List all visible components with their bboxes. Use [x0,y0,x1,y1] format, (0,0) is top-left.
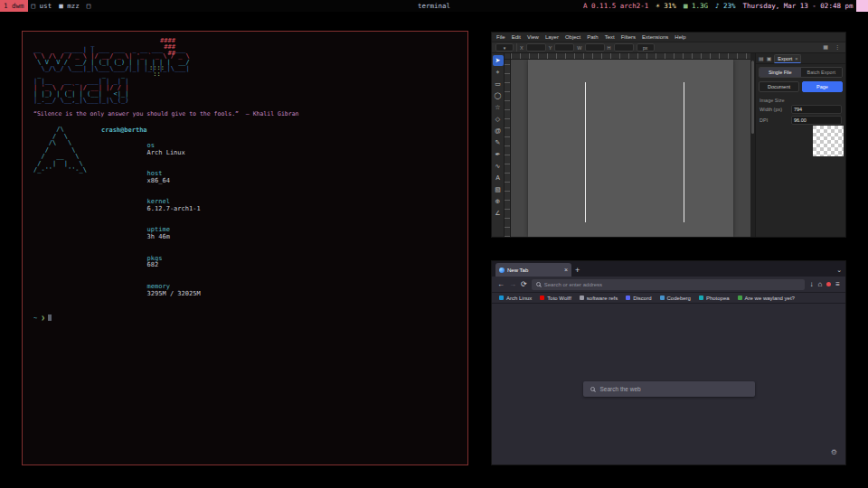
bookmark-item[interactable]: Are we wayland yet? [738,296,795,301]
bookmark-item[interactable]: Toto Wolff [540,296,571,301]
single-file-tab[interactable]: Single File [760,68,801,77]
vertical-ruler [505,60,511,237]
snap-controls-icon[interactable]: ▦ [821,43,830,52]
bookmark-item[interactable]: Photopea [699,296,730,301]
menu-item[interactable]: File [496,34,505,40]
terminal-window[interactable]: _ __ _____| | ___ ___ _ __ ___ ___ \ \ /… [22,31,468,465]
box3d-tool-icon[interactable]: ◇ [493,114,504,125]
dialog-tab-bar: ▤ ▣ Export × [756,53,845,64]
text-tool-icon[interactable]: A [493,173,504,183]
pen-tool-icon[interactable]: ✒ [493,149,504,160]
bookmark-favicon [626,296,630,300]
close-icon[interactable]: × [795,56,797,61]
zoom-tool-icon[interactable]: ⊕ [493,196,504,207]
new-tab-button[interactable]: + [575,266,580,275]
bookmark-item[interactable]: software refs [580,296,618,301]
drawing-canvas[interactable] [511,60,750,237]
width-label: W [577,45,581,51]
workspace-tag[interactable]: ■ mzz [55,0,83,12]
bookmark-label: Are we wayland yet? [745,296,795,301]
inkscape-menubar: File Edit View Layer Object Path Text Fi… [492,33,845,42]
menu-item[interactable]: Filters [621,34,636,40]
width-px-field[interactable]: 794 [791,105,842,114]
bookmark-item[interactable]: Codeberg [660,296,691,301]
forward-button[interactable]: → [509,280,516,288]
menu-item[interactable]: Extensions [642,34,668,40]
toolbar-overflow-icon[interactable]: ⋮ [833,43,842,52]
reload-button[interactable]: ⟳ [521,280,527,288]
menu-item[interactable]: Object [565,34,580,40]
fastfetch-block: /\ / \ /\ \ / \ / __ \ / | | \ /_-'' ''-… [33,127,457,305]
downloads-icon[interactable]: ↓ [809,280,813,288]
bookmark-favicon [738,296,742,300]
layers-dialog-icon[interactable]: ▣ [767,55,772,61]
menu-item[interactable]: Help [675,34,685,40]
bookmark-favicon [580,296,584,300]
export-dialog-tab[interactable]: Export × [774,54,801,63]
menu-item[interactable]: View [527,34,539,40]
home-icon[interactable]: ⌂ [817,280,822,288]
calligraphy-tool-icon[interactable]: ∿ [493,161,504,172]
star-tool-icon[interactable]: ☆ [493,102,504,113]
scrollbar-thumb[interactable] [751,61,754,134]
browser-window[interactable]: New Tab × + ⌄ ← → ⟳ Search or enter addr… [491,260,846,465]
page-guide-left[interactable] [585,82,586,222]
canvas-area[interactable] [505,53,750,237]
toolbox: ➤ ⌖ ▭ ◯ ☆ ◇ @ ✎ ✒ ∿ A ▧ [492,53,505,237]
ellipse-tool-icon[interactable]: ◯ [493,90,504,101]
workspace-tag[interactable]: □ ust [28,0,56,12]
browser-tab[interactable]: New Tab × [495,263,571,277]
shell-prompt[interactable]: ~ ❯ [33,314,457,322]
bookmark-item[interactable]: Discord [626,296,651,301]
y-field[interactable] [554,43,574,52]
back-button[interactable]: ← [497,280,505,288]
menu-item[interactable]: Layer [545,34,559,40]
export-panel: ▤ ▣ Export × Single File Batch Export Do… [755,53,845,237]
tool-options-dropdown[interactable]: ▾ [495,43,514,52]
menu-item[interactable]: Text [605,34,615,40]
x-field[interactable] [526,43,546,52]
height-field[interactable] [614,43,634,52]
system-info-row: pkgs 682 [101,249,201,277]
personalize-gear-icon[interactable]: ⚙ [831,448,837,456]
width-field[interactable] [585,43,605,52]
spiral-tool-icon[interactable]: @ [493,126,504,136]
menu-item[interactable]: Edit [512,34,521,40]
bookmark-item[interactable]: Arch Linux [499,296,532,301]
page-button[interactable]: Page [802,81,843,92]
rectangle-tool-icon[interactable]: ▭ [493,79,504,89]
pencil-tool-icon[interactable]: ✎ [493,137,504,148]
web-search-input[interactable]: Search the web [583,381,755,397]
ruler-corner [505,53,511,60]
terminal-quote: “Silence is the only answer you should g… [33,110,457,117]
x-label: X [520,45,524,51]
menu-item[interactable]: Path [587,34,598,40]
bookmark-favicon [540,296,544,300]
search-icon [590,387,595,391]
address-bar[interactable]: Search or enter address [532,279,806,290]
export-tab-label: Export [778,56,792,61]
ascii-decoration-green: :::: :: [149,65,165,78]
bookmarks-bar: Arch Linux Toto Wolff software refs Disc… [492,293,845,304]
tab-title: New Tab [507,267,528,273]
recording-indicator-icon[interactable] [826,282,831,286]
info-value: 6.12.7-arch1-1 [147,205,201,212]
gradient-tool-icon[interactable]: ▧ [493,184,504,195]
document-button[interactable]: Document [759,81,799,92]
page-guide-right[interactable] [684,82,684,222]
selector-tool-icon[interactable]: ➤ [493,55,504,66]
workspace-tag[interactable]: □ [83,0,95,12]
canvas-vertical-scrollbar[interactable] [750,53,755,237]
dpi-field[interactable]: 96.00 [791,116,842,125]
list-tabs-chevron-icon[interactable]: ⌄ [836,267,842,274]
objects-dialog-icon[interactable]: ▤ [759,55,764,61]
measure-tool-icon[interactable]: ∠ [493,208,504,219]
node-tool-icon[interactable]: ⌖ [493,67,504,78]
workspace-tag[interactable]: 1 dwm [0,0,28,12]
tab-close-icon[interactable]: × [564,267,568,273]
bookmark-label: Toto Wolff [547,296,571,301]
batch-export-tab[interactable]: Batch Export [801,68,843,77]
units-dropdown[interactable]: px [637,43,655,52]
menu-hamburger-icon[interactable]: ≡ [835,280,840,288]
inkscape-window[interactable]: File Edit View Layer Object Path Text Fi… [491,32,846,238]
